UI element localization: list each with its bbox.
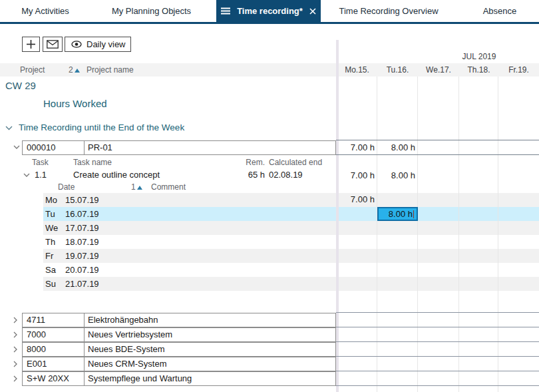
date-row-date: 18.07.19 bbox=[65, 235, 99, 249]
tab-label: Time Recording Overview bbox=[339, 6, 438, 16]
tab-time-recording[interactable]: Time recording* bbox=[216, 0, 321, 22]
tab-label: Absence bbox=[483, 6, 517, 16]
date-row-day: Mo bbox=[45, 193, 57, 207]
sort-order: 1 bbox=[131, 182, 136, 192]
tab-time-recording-overview[interactable]: Time Recording Overview bbox=[329, 0, 448, 22]
column-header-project-name[interactable]: Project name bbox=[87, 63, 134, 77]
collapse-icon-task[interactable] bbox=[23, 173, 30, 177]
date-row-fr[interactable]: Fr 19.07.19 bbox=[43, 249, 539, 263]
column-header-project[interactable]: Project bbox=[20, 63, 45, 77]
text-cursor bbox=[413, 210, 414, 218]
project-list-row[interactable]: S+W 20XX Systempflege und Wartung bbox=[22, 371, 336, 386]
sort-indicator-project[interactable]: 2 bbox=[69, 63, 80, 77]
grid-row-line bbox=[336, 356, 539, 357]
date-row-mo[interactable]: Mo 15.07.19 bbox=[43, 193, 539, 207]
sort-order: 2 bbox=[69, 65, 73, 75]
project-id: 000010 bbox=[27, 141, 55, 154]
sort-indicator-date[interactable]: 1 bbox=[131, 182, 142, 192]
grid-row-line bbox=[336, 140, 539, 140]
date-row-day: Su bbox=[45, 277, 56, 291]
date-row-tu[interactable]: Tu 16.07.19 bbox=[43, 207, 539, 221]
expand-icon[interactable] bbox=[13, 317, 17, 323]
project-hours-tu[interactable]: 8.00 h bbox=[378, 142, 415, 153]
sort-asc-icon bbox=[75, 69, 80, 73]
tab-my-planning-objects[interactable]: My Planning Objects bbox=[100, 0, 203, 22]
day-header-th: Th.18. bbox=[459, 63, 498, 77]
tab-label: My Planning Objects bbox=[112, 6, 191, 16]
section-title[interactable]: Time Recording until the End of the Week bbox=[19, 122, 184, 132]
project-hours-mo[interactable]: 7.00 h bbox=[337, 142, 375, 153]
expand-icon[interactable] bbox=[13, 375, 17, 382]
task-hours-tu[interactable]: 8.00 h bbox=[378, 170, 415, 181]
cell-divider bbox=[84, 328, 85, 341]
day-header-tu: Tu.16. bbox=[377, 63, 418, 77]
project-list-row[interactable]: 4711 Elektrohängebahn bbox=[22, 313, 336, 327]
pane-separator[interactable] bbox=[336, 40, 339, 392]
collapse-icon-project[interactable] bbox=[13, 145, 20, 149]
column-header-comment[interactable]: Comment bbox=[151, 182, 186, 192]
cell-divider bbox=[84, 141, 85, 154]
task-remaining: 65 h bbox=[240, 170, 265, 180]
tab-my-activities[interactable]: My Activities bbox=[12, 0, 79, 22]
sort-asc-icon bbox=[137, 186, 142, 190]
grid-column-line bbox=[377, 77, 377, 392]
task-id[interactable]: 1.1 bbox=[35, 170, 47, 180]
date-row-we[interactable]: We 17.07.19 bbox=[43, 221, 539, 235]
day-header-fr: Fr.19. bbox=[498, 63, 539, 77]
project-row[interactable]: 000010 PR-01 bbox=[22, 140, 336, 155]
date-row-date: 19.07.19 bbox=[65, 249, 99, 263]
day-hours-tu-edit-cell[interactable]: 8.00 h bbox=[377, 207, 418, 221]
project-name: Elektrohängebahn bbox=[88, 313, 158, 327]
expand-icon[interactable] bbox=[13, 346, 17, 353]
month-label: JUL 2019 bbox=[452, 52, 506, 61]
date-row-sa[interactable]: Sa 20.07.19 bbox=[43, 263, 539, 277]
grid-row-line bbox=[336, 312, 539, 313]
project-id: 8000 bbox=[27, 343, 46, 356]
date-row-th[interactable]: Th 18.07.19 bbox=[43, 235, 539, 249]
project-list-row[interactable]: 8000 Neues BDE-System bbox=[22, 342, 336, 357]
close-icon[interactable] bbox=[309, 8, 316, 15]
add-button[interactable] bbox=[22, 37, 40, 52]
day-hours-tu-value: 8.00 h bbox=[389, 209, 413, 219]
date-row-date: 21.07.19 bbox=[65, 277, 99, 291]
expand-icon[interactable] bbox=[13, 331, 17, 338]
date-row-date: 17.07.19 bbox=[65, 221, 99, 235]
cell-divider bbox=[84, 357, 85, 371]
project-id: E001 bbox=[27, 357, 47, 371]
date-row-date: 20.07.19 bbox=[65, 263, 99, 277]
day-header-mo: Mo.15. bbox=[337, 63, 377, 77]
column-header-date[interactable]: Date bbox=[58, 182, 75, 192]
envelope-icon bbox=[47, 40, 59, 49]
expand-icon[interactable] bbox=[13, 361, 17, 367]
daily-view-button[interactable]: Daily view bbox=[65, 37, 131, 52]
tab-label: My Activities bbox=[21, 6, 69, 16]
time-recording-app: My Activities My Planning Objects Time r… bbox=[0, 0, 539, 392]
cell-divider bbox=[84, 343, 85, 356]
date-row-day: Fr bbox=[45, 249, 53, 263]
column-header-task[interactable]: Task bbox=[32, 158, 49, 167]
project-list-row[interactable]: E001 Neues CRM-System bbox=[22, 357, 336, 371]
collapse-icon-section[interactable] bbox=[5, 126, 13, 130]
grid-row-line bbox=[336, 154, 539, 155]
hamburger-icon bbox=[221, 7, 230, 15]
project-name: PR-01 bbox=[88, 141, 112, 154]
grid-row-line bbox=[336, 385, 539, 386]
daily-view-label: Daily view bbox=[87, 39, 126, 49]
grid-row-line bbox=[336, 327, 539, 327]
column-header-rem[interactable]: Rem. bbox=[240, 158, 265, 167]
mail-button[interactable] bbox=[43, 37, 63, 52]
task-hours-mo[interactable]: 7.00 h bbox=[337, 170, 375, 181]
date-row-su[interactable]: Su 21.07.19 bbox=[43, 277, 539, 291]
day-header-we: We.17. bbox=[418, 63, 459, 77]
grid-row-line bbox=[336, 371, 539, 371]
project-id: 4711 bbox=[27, 313, 45, 327]
task-name[interactable]: Create outline concept bbox=[73, 170, 160, 180]
tab-bar: My Activities My Planning Objects Time r… bbox=[0, 0, 539, 22]
day-hours-mo[interactable]: 7.00 h bbox=[337, 194, 375, 205]
tab-absence[interactable]: Absence bbox=[466, 0, 534, 22]
cell-divider bbox=[84, 313, 85, 327]
column-header-calculated-end[interactable]: Calculated end bbox=[269, 158, 322, 167]
project-list-row[interactable]: 7000 Neues Vertriebsystem bbox=[22, 327, 336, 342]
column-header-task-name[interactable]: Task name bbox=[73, 158, 112, 167]
grid-column-line bbox=[458, 77, 459, 392]
